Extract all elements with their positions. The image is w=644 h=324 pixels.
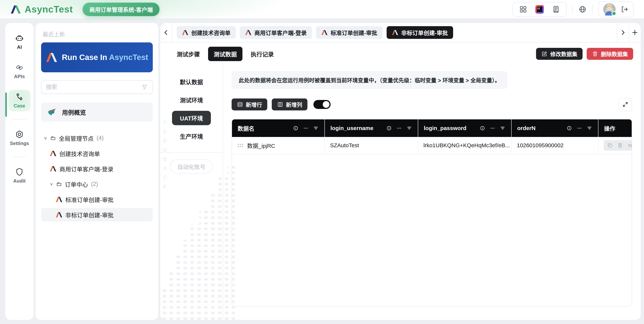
- env-item-default[interactable]: 默认数据: [172, 75, 211, 89]
- project-badge[interactable]: 商用订单管理系统-客户端: [82, 3, 160, 16]
- logout-icon[interactable]: [620, 5, 629, 14]
- recent-label: 最近上新: [42, 30, 153, 38]
- info-icon[interactable]: [293, 125, 299, 131]
- fullscreen-button[interactable]: [618, 98, 632, 111]
- case-tab[interactable]: 标准订单创建-审批: [316, 26, 382, 39]
- rail-item-label: Audit: [13, 178, 26, 184]
- promo-banner[interactable]: Run Case In AsyncTest: [41, 43, 153, 72]
- more-dots-icon[interactable]: [576, 125, 582, 131]
- tree-count: (2): [91, 181, 98, 187]
- asynctest-logo-icon: [46, 52, 57, 63]
- tree-folder-orders[interactable]: ∨ 🗀 订单中心 (2): [41, 177, 153, 191]
- branch-icon: [15, 93, 24, 101]
- more-dots-icon[interactable]: [490, 125, 496, 131]
- rail-item-apis[interactable]: APIs: [8, 61, 30, 82]
- cell-login-username[interactable]: SZAutoTest: [324, 137, 418, 154]
- more-dots-icon[interactable]: [303, 125, 309, 131]
- column-header-actions: 操作: [598, 119, 632, 137]
- case-subbar: 测试步骤 测试数据 执行记录 修改数据集 删除数据集: [160, 43, 641, 65]
- delete-dataset-button[interactable]: 删除数据集: [587, 48, 633, 60]
- rail-item-audit[interactable]: Audit: [8, 165, 30, 186]
- tree-label: 订单中心: [65, 180, 88, 188]
- case-logo-icon: [56, 211, 62, 218]
- feedback-ghost-tab[interactable]: FEEDBACK: [162, 119, 168, 192]
- main-panel: FEEDBACK 创建技术咨询单 商用订单客户端-登录 标准订单创建-审批: [160, 23, 641, 320]
- tab-label: 商用订单客户端-登录: [254, 29, 307, 37]
- drag-handle-icon[interactable]: [237, 143, 243, 147]
- intellij-icon[interactable]: IJ: [535, 5, 544, 14]
- rows-icon: [237, 101, 243, 108]
- column-header-login-password: login_password: [418, 119, 511, 137]
- notes-icon[interactable]: [552, 5, 560, 14]
- tree-case-item[interactable]: 创建技术咨询单: [41, 147, 153, 160]
- search-box: [41, 80, 153, 94]
- rail-item-ai[interactable]: AI: [8, 31, 30, 53]
- tree-label: 标准订单创建-审批: [65, 195, 114, 204]
- env-item-uat-active[interactable]: UAT环境: [172, 111, 211, 125]
- subtab-exec-history[interactable]: 执行记录: [245, 47, 280, 61]
- tab-label: 标准订单创建-审批: [330, 29, 377, 37]
- dataset-table: 数据名 login_username: [232, 119, 632, 306]
- robot-icon: [15, 34, 24, 43]
- edit-icon: [541, 51, 548, 57]
- info-icon[interactable]: [386, 125, 392, 131]
- info-icon[interactable]: [480, 125, 486, 131]
- filter-icon[interactable]: [500, 125, 506, 131]
- cell-login-password[interactable]: lrko1UBKQNG+KQeHqMc3ef/eB...: [418, 137, 511, 154]
- env-item-prod[interactable]: 生产环境: [172, 129, 211, 143]
- tree-case-item[interactable]: 商用订单客户端-登录: [41, 162, 153, 175]
- case-tab[interactable]: 创建技术咨询单: [177, 26, 236, 39]
- tree-case-item-selected[interactable]: 非标订单创建-审批: [41, 208, 153, 221]
- table-row[interactable]: 数据_ipjRC SZAutoTest lrko1UBKQNG+KQeHqMc3…: [232, 137, 632, 154]
- column-header-name: 数据名: [232, 119, 324, 137]
- edit-dataset-button[interactable]: 修改数据集: [536, 48, 582, 60]
- tree-case-item[interactable]: 标准订单创建-审批: [41, 193, 153, 206]
- chevron-down-icon[interactable]: ∨: [44, 136, 47, 141]
- rail-item-settings[interactable]: Settings: [8, 127, 30, 149]
- cell-name[interactable]: 数据_ipjRC: [232, 137, 324, 154]
- brand[interactable]: AsyncTest: [10, 4, 73, 15]
- rail-item-label: Case: [14, 103, 25, 109]
- columns-icon: [277, 101, 283, 108]
- avatar[interactable]: [603, 3, 616, 16]
- topbar: AsyncTest 商用订单管理系统-客户端 IJ: [0, 0, 644, 19]
- filter-icon[interactable]: [586, 125, 592, 131]
- add-column-button[interactable]: 新增列: [272, 99, 308, 110]
- tabs-add-button[interactable]: [629, 23, 641, 42]
- trash-icon[interactable]: [617, 142, 623, 148]
- search-input[interactable]: [46, 84, 138, 90]
- copy-icon[interactable]: [607, 142, 613, 148]
- active-indicator-bar: [5, 93, 7, 117]
- tabs-prev-button[interactable]: [160, 23, 172, 42]
- tab-label: 创建技术咨询单: [191, 29, 230, 37]
- folder-icon: 🗀: [56, 181, 62, 187]
- filter-funnel-icon[interactable]: [141, 84, 148, 90]
- tree-folder-global[interactable]: ∨ 🗀 全局管理节点 (4): [41, 131, 153, 145]
- filter-icon[interactable]: [406, 125, 412, 131]
- subtab-test-data[interactable]: 测试数据: [208, 47, 242, 61]
- case-tab-active[interactable]: 非标订单创建-审批: [386, 26, 453, 39]
- dataset-toggle-on[interactable]: [314, 100, 330, 109]
- tab-label: 非标订单创建-审批: [401, 29, 448, 37]
- apps-grid-icon[interactable]: [519, 5, 528, 14]
- env-item-test[interactable]: 测试环境: [172, 93, 211, 107]
- chevron-down-icon[interactable]: ∨: [50, 182, 53, 186]
- more-dots-icon[interactable]: [396, 125, 402, 131]
- banner-text: Run Case In AsyncTest: [62, 53, 148, 62]
- brand-name: AsyncTest: [25, 4, 73, 15]
- automation-account-tag[interactable]: 自动化账号: [170, 159, 213, 174]
- test-data-content: 默认数据 测试环境 UAT环境 生产环境 自动化账号 此处的数据将会在您运行用例…: [160, 65, 641, 320]
- case-tab[interactable]: 商用订单客户端-登录: [240, 26, 312, 39]
- cell-orderN[interactable]: 102601095900002: [511, 137, 598, 154]
- insert-row-icon[interactable]: [627, 142, 632, 148]
- topbar-right: IJ: [512, 1, 634, 17]
- subtab-test-steps[interactable]: 测试步骤: [171, 47, 206, 61]
- rail-item-case[interactable]: Case: [8, 90, 30, 111]
- env-divider: [160, 152, 223, 153]
- filter-icon[interactable]: [313, 125, 319, 131]
- add-row-button[interactable]: 新增行: [232, 99, 267, 110]
- case-overview-item[interactable]: 用例概览: [41, 103, 153, 122]
- globe-icon[interactable]: [578, 5, 587, 14]
- tabs-next-button[interactable]: [617, 23, 629, 42]
- info-icon[interactable]: [566, 125, 572, 131]
